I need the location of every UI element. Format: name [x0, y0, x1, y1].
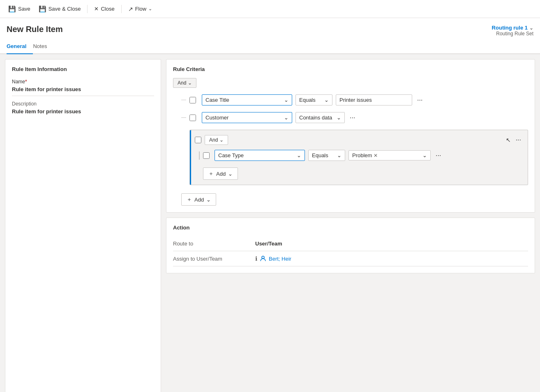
page-header: New Rule Item Routing rule 1 ⌄ Routing R…: [0, 18, 540, 40]
nested-header-right: ↖ ···: [506, 135, 523, 144]
save-close-button[interactable]: 💾 Save & Close: [35, 4, 84, 14]
left-panel: Rule Item Information Name* Rule item fo…: [5, 59, 161, 392]
toolbar-separator-2: [121, 5, 122, 13]
flow-button[interactable]: ↗ Flow ⌄: [125, 4, 155, 14]
routing-sub-label: Routing Rule Set: [492, 31, 533, 37]
rule-criteria-title: Rule Criteria: [173, 66, 528, 72]
assign-label: Assign to User/Team: [173, 256, 255, 262]
outer-add-button[interactable]: ＋ Add ⌄: [181, 193, 216, 206]
outer-add-label: Add: [194, 197, 204, 203]
flow-label: Flow: [135, 6, 146, 12]
row2-checkbox[interactable]: [189, 115, 196, 121]
case-type-chevron-icon: ⌄: [297, 152, 301, 158]
assign-value-container: ℹ Bert; Heir: [255, 255, 291, 262]
and-label: And: [178, 80, 186, 86]
nested-add-button[interactable]: ＋ Add ⌄: [203, 167, 238, 180]
panel-title: Rule Item Information: [12, 66, 154, 72]
case-type-label: Case Type: [218, 152, 244, 158]
save-button[interactable]: 💾 Save: [5, 4, 34, 14]
case-title-more-button[interactable]: ···: [415, 96, 424, 105]
nested-add-label: Add: [216, 171, 226, 177]
case-type-checkbox[interactable]: [203, 152, 210, 159]
case-title-operator-dropdown[interactable]: Equals ⌄: [295, 94, 332, 105]
close-icon: ✕: [94, 6, 99, 12]
nested-and-button[interactable]: And ⌄: [205, 135, 228, 145]
case-title-operator-label: Equals: [299, 97, 316, 103]
row1-checkbox[interactable]: [189, 97, 196, 103]
assign-row: Assign to User/Team ℹ Bert; Heir: [173, 251, 528, 266]
case-type-value-chevron-icon: ⌄: [422, 152, 427, 158]
customer-more-button[interactable]: ···: [348, 113, 357, 122]
nested-checkbox[interactable]: [195, 137, 201, 143]
customer-op-chevron-icon: ⌄: [337, 115, 341, 121]
customer-chevron-icon: ⌄: [284, 115, 288, 121]
and-chevron-icon: ⌄: [188, 80, 192, 86]
criteria-row-1: Case Title ⌄ Equals ⌄ ···: [173, 94, 528, 105]
routing-rule-link[interactable]: Routing rule 1: [492, 25, 528, 31]
save-label: Save: [18, 6, 30, 12]
nested-left-accent: [190, 130, 191, 185]
case-type-operator-dropdown[interactable]: Equals ⌄: [308, 150, 345, 161]
nested-add-chevron-icon: ⌄: [228, 171, 233, 177]
case-type-tag-remove-button[interactable]: ✕: [374, 153, 378, 158]
nested-and-chevron-icon: ⌄: [219, 137, 224, 143]
flow-icon: ↗: [128, 6, 133, 12]
toolbar-separator: [87, 5, 88, 13]
case-title-value-input[interactable]: [336, 94, 412, 105]
routing-chevron-button[interactable]: ⌄: [529, 25, 533, 31]
save-close-label: Save & Close: [48, 6, 81, 12]
nested-collapse-button[interactable]: ↖: [506, 137, 511, 143]
nested-more-button[interactable]: ···: [514, 135, 523, 144]
info-icon: ℹ: [255, 255, 257, 262]
criteria-row-2: Customer ⌄ Contains data ⌄ ···: [173, 112, 528, 123]
svg-point-0: [262, 256, 264, 259]
tabs-bar: General Notes: [0, 40, 540, 54]
routing-link-section: Routing rule 1 ⌄ Routing Rule Set: [492, 25, 533, 37]
route-to-label: Route to: [173, 241, 255, 247]
assign-user-link[interactable]: Bert; Heir: [269, 256, 291, 262]
connector-1: [181, 100, 186, 100]
customer-operator-dropdown[interactable]: Contains data ⌄: [295, 112, 345, 123]
case-title-dropdown[interactable]: Case Title ⌄: [202, 94, 292, 105]
description-value: Rule item for printer issues: [12, 108, 154, 115]
case-title-label: Case Title: [205, 97, 229, 103]
save-close-icon: 💾: [39, 5, 46, 13]
right-panel: Rule Criteria And ⌄ Case Title ⌄ Equals …: [166, 59, 535, 392]
flow-chevron-icon: ⌄: [148, 6, 152, 11]
tab-general[interactable]: General: [7, 40, 33, 54]
customer-dropdown[interactable]: Customer ⌄: [202, 112, 292, 123]
action-title: Action: [173, 225, 528, 231]
and-operator-button[interactable]: And ⌄: [173, 78, 196, 88]
nested-add-container: ＋ Add ⌄: [195, 166, 523, 180]
case-type-dropdown[interactable]: Case Type ⌄: [215, 150, 305, 161]
save-icon: 💾: [8, 5, 16, 13]
nested-criteria-row: Case Type ⌄ Equals ⌄ Problem ✕ ⌄: [195, 150, 523, 161]
case-type-operator-label: Equals: [312, 152, 328, 158]
rule-criteria-section: Rule Criteria And ⌄ Case Title ⌄ Equals …: [166, 59, 535, 213]
user-icon: [260, 255, 266, 262]
outer-add-container: ＋ Add ⌄: [173, 192, 528, 206]
route-to-value: User/Team: [255, 241, 282, 247]
required-star: *: [25, 79, 27, 85]
nested-group: And ⌄ ↖ ··· Case Type ⌄: [189, 130, 528, 185]
nested-header-left: And ⌄: [195, 135, 228, 145]
case-type-more-button[interactable]: ···: [434, 151, 443, 160]
name-value: Rule item for printer issues: [12, 86, 154, 96]
tab-notes[interactable]: Notes: [33, 40, 53, 54]
nested-add-plus-icon: ＋: [208, 170, 214, 177]
content-area: Rule Item Information Name* Rule item fo…: [0, 54, 540, 392]
case-title-chevron-icon: ⌄: [284, 97, 288, 103]
case-title-op-chevron-icon: ⌄: [324, 97, 329, 103]
outer-add-plus-icon: ＋: [187, 196, 192, 203]
close-label: Close: [101, 6, 114, 12]
nested-group-header: And ⌄ ↖ ···: [195, 135, 523, 145]
case-type-value-container: Problem ✕ ⌄: [348, 150, 431, 160]
outer-add-chevron-icon: ⌄: [206, 197, 211, 203]
customer-operator-label: Contains data: [299, 115, 332, 121]
action-section: Action Route to User/Team Assign to User…: [166, 218, 535, 273]
nested-and-label: And: [209, 137, 218, 143]
route-to-row: Route to User/Team: [173, 236, 528, 251]
name-field: Name* Rule item for printer issues: [12, 79, 154, 96]
close-button[interactable]: ✕ Close: [91, 4, 118, 14]
description-field: Description Rule item for printer issues: [12, 101, 154, 115]
